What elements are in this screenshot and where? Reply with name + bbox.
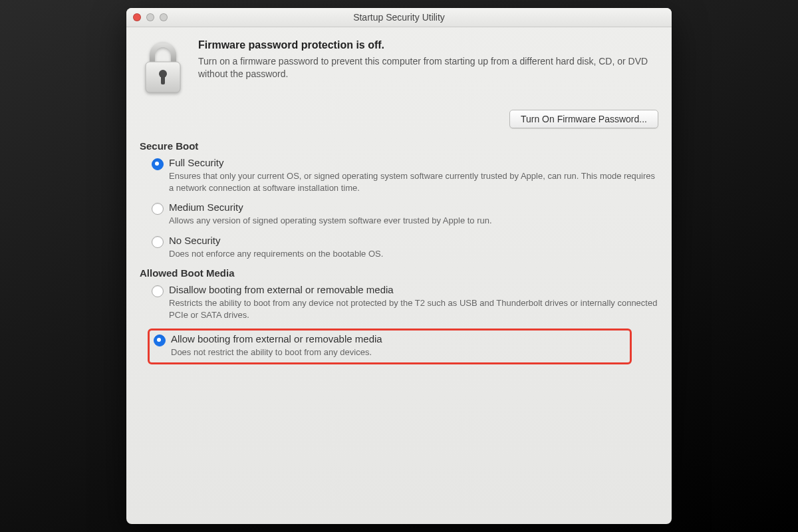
option-description: Ensures that only your current OS, or si… — [169, 170, 658, 194]
boot-media-option-allow[interactable]: Allow booting from external or removable… — [154, 333, 624, 358]
annotation-highlight: Allow booting from external or removable… — [148, 329, 632, 364]
firmware-button-row: Turn On Firmware Password... — [140, 110, 658, 128]
utility-window: Startup Security Utility — [126, 8, 672, 524]
close-icon[interactable] — [133, 13, 141, 21]
boot-media-options: Disallow booting from external or remova… — [140, 284, 658, 364]
zoom-icon — [160, 13, 168, 21]
firmware-text: Firmware password protection is off. Tur… — [198, 39, 658, 80]
window-content: Firmware password protection is off. Tur… — [126, 27, 672, 524]
minimize-icon — [146, 13, 154, 21]
option-label: Full Security — [169, 157, 658, 169]
option-label: No Security — [169, 235, 383, 247]
boot-media-title: Allowed Boot Media — [140, 267, 658, 279]
option-label: Disallow booting from external or remova… — [169, 284, 658, 296]
firmware-section: Firmware password protection is off. Tur… — [140, 39, 658, 95]
radio-full-security[interactable] — [152, 158, 164, 170]
secure-boot-options: Full Security Ensures that only your cur… — [140, 157, 658, 259]
option-description: Allows any version of signed operating s… — [169, 215, 492, 227]
option-description: Does not enforce any requirements on the… — [169, 248, 383, 260]
window-titlebar: Startup Security Utility — [126, 8, 672, 27]
secure-boot-title: Secure Boot — [140, 140, 658, 152]
option-description: Does not restrict the ability to boot fr… — [171, 346, 382, 358]
turn-on-firmware-password-button[interactable]: Turn On Firmware Password... — [509, 110, 658, 128]
radio-no-security[interactable] — [152, 236, 164, 248]
secure-boot-option-full[interactable]: Full Security Ensures that only your cur… — [152, 157, 658, 194]
firmware-description: Turn on a firmware password to prevent t… — [198, 55, 658, 80]
window-traffic-lights — [133, 13, 168, 21]
window-title: Startup Security Utility — [126, 12, 672, 23]
option-description: Restricts the ability to boot from any d… — [169, 297, 658, 321]
svg-rect-2 — [161, 75, 165, 84]
option-label: Medium Security — [169, 201, 492, 213]
firmware-heading: Firmware password protection is off. — [198, 39, 658, 51]
desktop-background: Startup Security Utility — [0, 0, 798, 532]
radio-medium-security[interactable] — [152, 203, 164, 215]
option-label: Allow booting from external or removable… — [171, 333, 382, 345]
radio-allow-external[interactable] — [154, 334, 166, 346]
secure-boot-option-none[interactable]: No Security Does not enforce any require… — [152, 235, 658, 260]
boot-media-option-disallow[interactable]: Disallow booting from external or remova… — [152, 284, 658, 321]
secure-boot-option-medium[interactable]: Medium Security Allows any version of si… — [152, 201, 658, 227]
lock-icon — [140, 39, 186, 95]
radio-disallow-external[interactable] — [152, 285, 164, 297]
